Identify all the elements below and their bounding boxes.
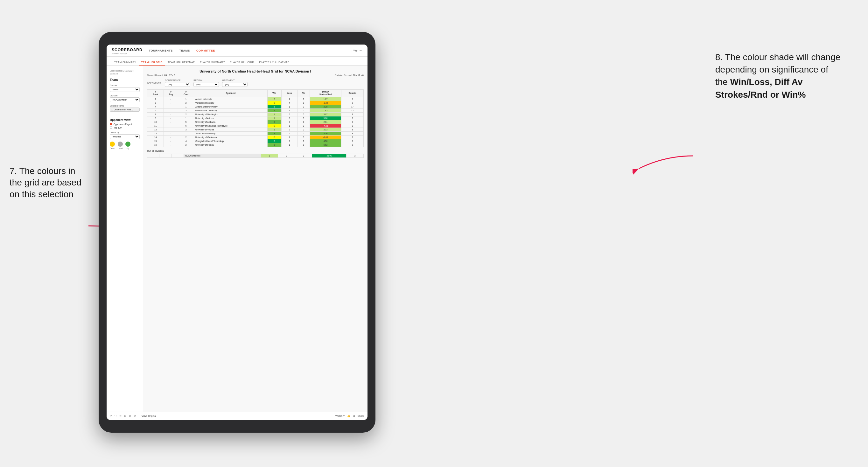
legend-level: Level [118, 142, 123, 150]
radio-dot-selected [110, 123, 112, 125]
col-conf: #Conf [178, 90, 194, 97]
filter-conference-group: Conference (All) [165, 79, 190, 87]
sub-nav: TEAM SUMMARY TEAM H2H GRID TEAM H2H HEAT… [106, 57, 368, 65]
legend-label-down: Down [110, 147, 115, 150]
legend-row: Down Level Up [110, 142, 140, 150]
tablet-screen: SCOREBOARD Powered by clippd TOURNAMENTS… [106, 44, 368, 420]
table-row: 15-4Georgia Institute of Technology5004.… [147, 139, 364, 143]
out-of-division-table: NCAA Division II10026.003 [147, 154, 364, 158]
bottom-toolbar: ↩ ↪ ⬅ ⊞ ⊕ ⏱ View: Original Watch ▾ 👍 ⊞ S… [106, 412, 368, 420]
grid-content: University of North Carolina Head-to-Hea… [143, 65, 368, 412]
col-tie: Tie [298, 90, 310, 97]
sidebar-divider [110, 115, 140, 115]
annotation-right: 8. The colour shade will change dependin… [715, 51, 842, 101]
tab-player-h2h-heatmap[interactable]: PLAYER H2H HEATMAP [256, 61, 292, 65]
nav-tournaments[interactable]: TOURNAMENTS [149, 49, 173, 52]
toolbar-back[interactable]: ⬅ [119, 414, 122, 417]
toolbar-share[interactable]: Share [358, 414, 364, 417]
filter-opponent-select[interactable]: (All) [222, 82, 248, 87]
toolbar-separator [139, 414, 139, 418]
legend-dot-up [125, 142, 130, 147]
col-loss: Loss [281, 90, 298, 97]
col-rounds: Rounds [341, 90, 364, 97]
table-row: 11-6University of Arkansas, Fayetteville… [147, 124, 364, 128]
table-header-row: #Rank #Reg #Conf Opponent Win Loss Tie D… [147, 90, 364, 97]
sidebar-division-label: Division [110, 94, 140, 97]
sign-out-link[interactable]: | Sign out [351, 49, 363, 52]
toolbar-clock[interactable]: ⏱ [134, 414, 136, 417]
division-record: Division Record: 88 - 17 - 0 [335, 74, 364, 77]
sidebar-gender-label: Gender [110, 84, 140, 87]
legend-dot-level [118, 142, 123, 147]
nav-links: TOURNAMENTS TEAMS COMMITTEE [149, 49, 352, 52]
tab-team-summary[interactable]: TEAM SUMMARY [112, 61, 139, 65]
table-row: 4-1Arizona State University5102.2817 [147, 105, 364, 108]
logo: SCOREBOARD Powered by clippd [112, 47, 143, 54]
tablet-frame: SCOREBOARD Powered by clippd TOURNAMENTS… [99, 32, 375, 433]
out-of-division-row: NCAA Division II10026.003 [147, 154, 364, 157]
annotation-left: 7. The colours in the grid are based on … [9, 165, 86, 200]
filter-opponent-label: Opponent [222, 79, 248, 82]
toolbar-grid[interactable]: ⊞ [353, 414, 355, 417]
col-win: Win [267, 90, 281, 97]
filter-conference-select[interactable]: (All) [165, 82, 190, 87]
nav-teams[interactable]: TEAMS [179, 49, 190, 52]
radio-top-100[interactable]: Top 100 [110, 126, 140, 129]
filter-opponents-label: Opponents: [147, 82, 162, 84]
sidebar-colour-by-select[interactable]: Win/loss [110, 134, 140, 139]
legend-label-level: Level [118, 147, 123, 150]
sidebar-opponent-view-title: Opponent View [110, 118, 140, 122]
nav-committee[interactable]: COMMITTEE [196, 49, 215, 52]
legend-down: Down [110, 142, 115, 150]
out-of-division-header: Out of division [147, 150, 364, 152]
toolbar-watch[interactable]: Watch ▾ [335, 414, 345, 417]
filter-region-label: Region [193, 79, 219, 82]
filter-row: Opponents: Conference (All) Region (All) [147, 79, 364, 87]
legend-label-up: Up [126, 147, 129, 150]
toolbar-redo[interactable]: ↪ [115, 414, 117, 417]
sidebar-division-select[interactable]: NCAA Division I [110, 97, 140, 102]
filter-opponents: Opponents: [147, 82, 162, 84]
col-diff: Diff AvStrokes/Rnd [310, 90, 341, 97]
annotation-right-text: 8. The colour shade will change dependin… [715, 51, 842, 101]
toolbar-feedback[interactable]: 👍 [347, 414, 350, 417]
table-row: 13-1Texas Tech University3005.569 [147, 131, 364, 135]
sidebar-radio-group: Opponents Played Top 100 [110, 123, 140, 129]
table-row: 2-1Auburn University2101.679 [147, 97, 364, 101]
toolbar-undo[interactable]: ↩ [110, 414, 112, 417]
col-rank: #Rank [147, 90, 164, 97]
table-row: 16-2University of Florida3106.629 [147, 143, 364, 147]
table-row: 3-2Vanderbilt University040-2.298 [147, 101, 364, 105]
toolbar-view-label: View: Original [142, 414, 156, 417]
table-row: 8-2University of Washington1003.673 [147, 112, 364, 116]
nav-bar: SCOREBOARD Powered by clippd TOURNAMENTS… [106, 44, 368, 57]
sidebar-colour-by-label: Colour by [110, 131, 140, 134]
filter-region-group: Region (All) [193, 79, 219, 87]
tab-player-h2h-grid[interactable]: PLAYER H2H GRID [227, 61, 257, 65]
toolbar-zoom[interactable]: ⊕ [129, 414, 131, 417]
table-row: 12-3University of Virginia1002.333 [147, 128, 364, 131]
legend-dot-down [110, 142, 115, 147]
table-row: 6-2Florida State University4201.8312 [147, 108, 364, 112]
toolbar-copy[interactable]: ⊞ [124, 414, 126, 417]
sidebar-timestamp: Last Updated: 27/03/2024 16:55:38 [110, 69, 140, 75]
radio-opponents-played-label: Opponents Played [114, 123, 132, 125]
tab-team-h2h-heatmap[interactable]: TEAM H2H HEATMAP [165, 61, 197, 65]
sidebar-gender-select[interactable]: Men's [110, 87, 140, 92]
sidebar-school-label: School (Rank) [110, 105, 140, 107]
sidebar-school-value: 1. University of Nort... [110, 107, 140, 112]
filter-opponent-group: Opponent (All) [222, 79, 248, 87]
col-opponent: Opponent [194, 90, 268, 97]
tab-team-h2h-grid[interactable]: TEAM H2H GRID [139, 61, 165, 65]
main-content: Last Updated: 27/03/2024 16:55:38 Team G… [106, 65, 368, 412]
radio-dot-unselected [110, 126, 112, 129]
radio-opponents-played[interactable]: Opponents Played [110, 123, 140, 125]
table-row: 9-1University of Arizona1009.002 [147, 116, 364, 120]
filter-region-select[interactable]: (All) [193, 82, 219, 87]
toolbar-right: Watch ▾ 👍 ⊞ Share [335, 414, 364, 417]
radio-top-100-label: Top 100 [114, 127, 122, 129]
tab-player-summary[interactable]: PLAYER SUMMARY [197, 61, 227, 65]
grid-subtitle: Overall Record: 89 - 17 - 0 Division Rec… [147, 74, 364, 77]
data-table: #Rank #Reg #Conf Opponent Win Loss Tie D… [147, 89, 364, 147]
sidebar-team-label: Team [110, 78, 140, 82]
